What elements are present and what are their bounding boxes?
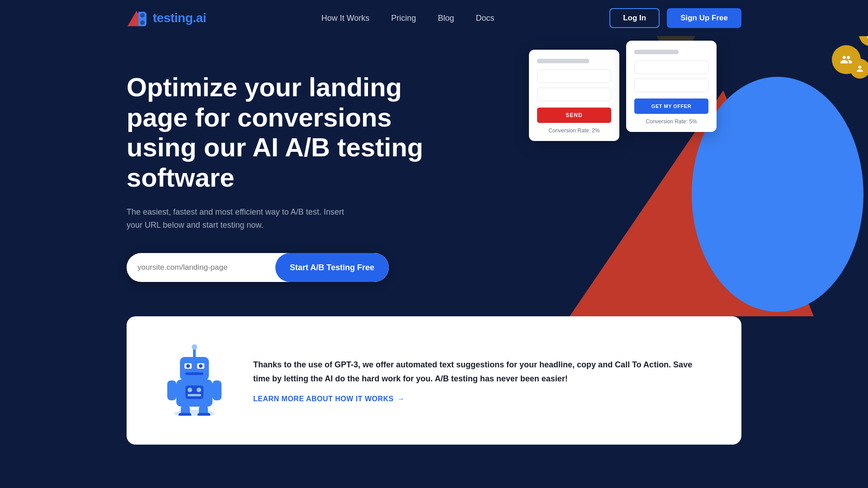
nav-how-it-works[interactable]: How It Works [321, 14, 370, 23]
card-a-bar [537, 59, 589, 63]
nav-blog[interactable]: Blog [438, 14, 454, 23]
card-b-conversion: Conversion Rate: 5% [634, 118, 708, 125]
svg-rect-24 [212, 380, 222, 400]
card-b-bar [634, 50, 679, 54]
hero-subtitle: The easiest, fastest and most efficient … [127, 206, 362, 232]
ab-card-b: GET MY OFFER Conversion Rate: 5% [626, 41, 717, 132]
card-a-conversion: Conversion Rate: 2% [537, 127, 611, 134]
card-b-button[interactable]: GET MY OFFER [634, 99, 708, 114]
svg-rect-22 [188, 394, 201, 396]
robot-svg [163, 343, 226, 416]
svg-point-17 [199, 364, 203, 368]
card-a-field-2 [537, 88, 611, 101]
svg-rect-23 [167, 380, 176, 400]
svg-point-21 [197, 388, 201, 392]
logo[interactable]: testing.ai [127, 9, 206, 27]
svg-point-5 [140, 13, 145, 18]
nav-docs[interactable]: Docs [476, 14, 494, 23]
user-bubble-2 [859, 36, 868, 46]
robot-illustration [163, 343, 226, 418]
svg-point-16 [186, 364, 190, 368]
ab-card-a: SEND Conversion Rate: 2% [529, 50, 619, 141]
svg-rect-18 [185, 372, 203, 375]
info-description: Thanks to the use of GPT-3, we offer aut… [253, 358, 705, 385]
hero-section: Optimize your landing page for conversio… [0, 36, 868, 316]
svg-rect-11 [180, 357, 209, 380]
svg-rect-27 [179, 413, 191, 416]
header: testing.ai How It Works Pricing Blog Doc… [0, 0, 868, 36]
info-card: Thanks to the use of GPT-3, we offer aut… [127, 316, 741, 445]
hero-title: Optimize your landing page for conversio… [127, 72, 425, 193]
login-button[interactable]: Log In [609, 8, 660, 28]
card-b-field-1 [634, 61, 708, 74]
hero-cta-form: Start A/B Testing Free [127, 253, 389, 282]
start-testing-button[interactable]: Start A/B Testing Free [275, 253, 389, 282]
svg-point-13 [192, 344, 197, 350]
logo-text-accent: .ai [193, 11, 206, 25]
hero-visual: SEND Conversion Rate: 2% GET MY OFFER Co… [497, 36, 868, 316]
svg-rect-28 [198, 413, 210, 416]
user-bubble-3 [850, 59, 868, 79]
header-actions: Log In Sign Up Free [609, 8, 741, 28]
card-b-field-2 [634, 79, 708, 92]
info-text-block: Thanks to the use of GPT-3, we offer aut… [253, 358, 705, 403]
card-a-field-1 [537, 70, 611, 83]
svg-point-8 [692, 77, 863, 312]
logo-icon [127, 9, 148, 27]
svg-point-20 [188, 388, 192, 392]
svg-point-6 [140, 20, 145, 25]
logo-text-full: testing.ai [153, 11, 206, 25]
logo-text-plain: testing [153, 11, 193, 25]
url-input[interactable] [127, 263, 275, 272]
bottom-section: Thanks to the use of GPT-3, we offer aut… [0, 316, 868, 445]
svg-rect-19 [185, 385, 203, 399]
nav-pricing[interactable]: Pricing [391, 14, 416, 23]
learn-more-link[interactable]: LEARN MORE ABOUT HOW IT WORKS [253, 395, 705, 403]
signup-button[interactable]: Sign Up Free [667, 8, 741, 28]
hero-content-left: Optimize your landing page for conversio… [127, 63, 425, 282]
card-a-button[interactable]: SEND [537, 108, 611, 123]
main-nav: How It Works Pricing Blog Docs [321, 14, 495, 23]
